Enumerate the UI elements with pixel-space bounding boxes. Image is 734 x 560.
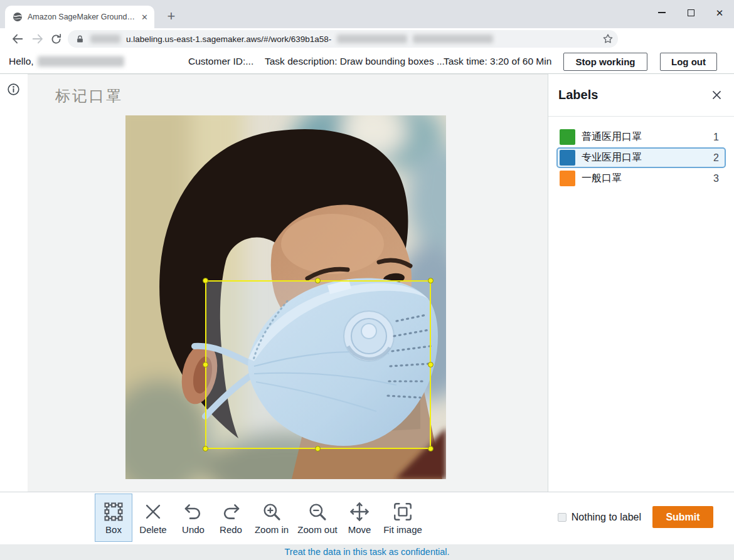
- window-maximize-button[interactable]: [676, 0, 705, 25]
- label-item-2-selected[interactable]: 专业医用口罩 2: [556, 147, 726, 168]
- redo-tool-button[interactable]: Redo: [213, 494, 249, 542]
- fit-image-tool-button[interactable]: Fit image: [378, 494, 427, 542]
- tab-bar: Amazon SageMaker Ground Trut ✕ + ✕: [0, 0, 734, 28]
- box-tool-icon: [103, 501, 124, 522]
- bbox-handle[interactable]: [203, 446, 208, 452]
- bbox-handle[interactable]: [428, 446, 433, 452]
- left-rail: [0, 74, 28, 492]
- task-image[interactable]: [125, 115, 446, 479]
- label-shortcut-number: 2: [713, 152, 719, 164]
- task-time-label: Task time: 3:20 of 60 Min: [444, 56, 551, 67]
- label-shortcut-number: 3: [713, 173, 719, 184]
- tool-label: Delete: [139, 524, 166, 535]
- task-title: 标记口罩: [55, 86, 123, 106]
- confidential-bar: Treat the data in this task as confident…: [0, 544, 734, 560]
- annotation-toolbar: Box Delete Undo: [0, 492, 734, 544]
- label-color-swatch: [560, 129, 575, 145]
- label-color-swatch: [560, 171, 575, 186]
- label-text: 普通医用口罩: [582, 130, 713, 144]
- delete-tool-button[interactable]: Delete: [132, 494, 174, 542]
- labels-panel-title: Labels: [558, 88, 598, 102]
- redacted-url-segment: [337, 34, 407, 43]
- back-icon[interactable]: [9, 31, 26, 47]
- confidential-link[interactable]: Treat the data in this task as confident…: [284, 547, 449, 557]
- delete-icon: [142, 501, 164, 522]
- address-bar[interactable]: u.labeling.us-east-1.sagemaker.aws/#/wor…: [68, 30, 618, 48]
- label-color-swatch: [560, 150, 575, 166]
- window-minimize-button[interactable]: [647, 0, 676, 25]
- tool-label: Zoom in: [255, 524, 289, 535]
- zoom-in-icon: [261, 501, 282, 522]
- new-tab-button[interactable]: +: [162, 7, 181, 26]
- browser-tab[interactable]: Amazon SageMaker Ground Trut ✕: [5, 6, 154, 28]
- move-tool-button[interactable]: Move: [341, 494, 378, 542]
- info-icon[interactable]: [6, 82, 21, 97]
- tab-title: Amazon SageMaker Ground Trut: [28, 13, 135, 21]
- nothing-to-label-checkbox[interactable]: [558, 513, 566, 522]
- labels-panel: Labels 普通医用口罩 1 专业医用口罩 2: [548, 74, 734, 492]
- lock-icon: [75, 34, 85, 44]
- worker-header: Hello, Customer ID:... Task description:…: [0, 50, 734, 74]
- zoom-out-tool-button[interactable]: Zoom out: [294, 494, 341, 542]
- bookmark-star-icon[interactable]: [600, 31, 616, 47]
- bbox-handle[interactable]: [315, 446, 321, 452]
- labels-panel-close-icon[interactable]: [711, 89, 723, 101]
- bounding-box[interactable]: [205, 280, 431, 449]
- bbox-handle[interactable]: [428, 278, 433, 283]
- label-shortcut-number: 1: [713, 132, 719, 143]
- label-text: 一般口罩: [582, 172, 713, 185]
- undo-icon: [183, 501, 204, 522]
- nothing-to-label-label: Nothing to label: [572, 512, 641, 523]
- submit-button[interactable]: Submit: [652, 506, 713, 528]
- url-text: u.labeling.us-east-1.sagemaker.aws/#/wor…: [126, 34, 331, 44]
- tool-label: Zoom out: [297, 524, 337, 535]
- redacted-url-segment: [413, 34, 493, 43]
- redacted-worker-name: [38, 56, 124, 67]
- bbox-handle[interactable]: [203, 362, 208, 367]
- tool-label: Fit image: [383, 524, 422, 535]
- tool-label: Move: [348, 524, 371, 535]
- label-item-3[interactable]: 一般口罩 3: [556, 168, 726, 189]
- move-icon: [349, 501, 370, 522]
- bbox-handle[interactable]: [315, 278, 321, 283]
- label-item-1[interactable]: 普通医用口罩 1: [556, 127, 726, 147]
- task-description-label: Task description: Draw bounding boxes ..…: [265, 56, 445, 67]
- forward-icon[interactable]: [29, 31, 46, 47]
- customer-id-label: Customer ID:...: [188, 56, 253, 67]
- zoom-out-icon: [307, 501, 328, 522]
- tool-label: Redo: [220, 524, 242, 535]
- bbox-handle[interactable]: [203, 278, 208, 283]
- box-tool-button[interactable]: Box: [95, 494, 132, 542]
- label-text: 专业医用口罩: [582, 151, 713, 164]
- tool-label: Undo: [182, 524, 205, 535]
- redacted-url-prefix: [90, 34, 120, 43]
- annotation-canvas-area: 标记口罩: [28, 74, 548, 492]
- zoom-in-tool-button[interactable]: Zoom in: [249, 494, 294, 542]
- window-close-button[interactable]: ✕: [705, 0, 734, 25]
- content-area: 标记口罩: [0, 74, 734, 492]
- tab-close-icon[interactable]: ✕: [140, 12, 149, 23]
- log-out-button[interactable]: Log out: [660, 53, 717, 71]
- fit-image-icon: [392, 501, 413, 522]
- reload-icon[interactable]: [48, 31, 64, 47]
- sagemaker-favicon-icon: [13, 12, 23, 22]
- browser-window: Amazon SageMaker Ground Trut ✕ + ✕: [0, 0, 734, 560]
- undo-tool-button[interactable]: Undo: [174, 494, 213, 542]
- redo-icon: [220, 501, 242, 522]
- stop-working-button[interactable]: Stop working: [563, 53, 647, 71]
- greeting-label: Hello,: [9, 56, 34, 67]
- browser-toolbar: u.labeling.us-east-1.sagemaker.aws/#/wor…: [0, 28, 734, 50]
- tool-label: Box: [105, 524, 122, 535]
- bbox-handle[interactable]: [428, 362, 433, 367]
